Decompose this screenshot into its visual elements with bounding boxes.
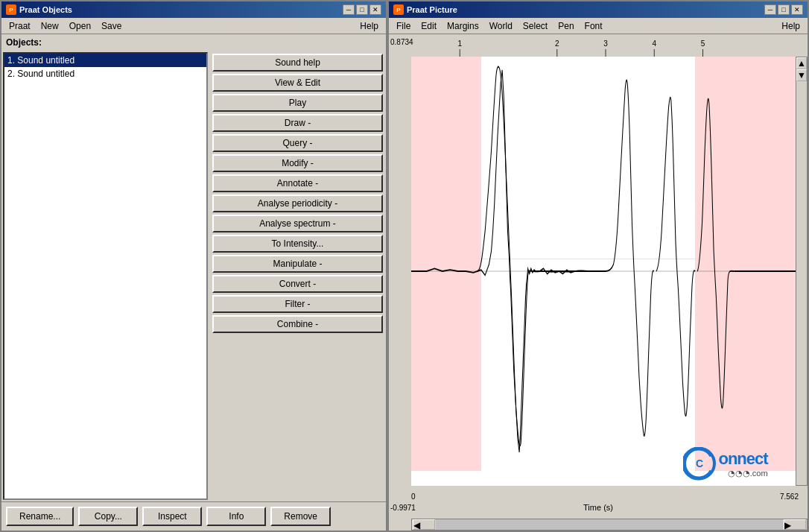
close-button[interactable]: ✕ [369, 4, 381, 15]
svg-text:5: 5 [701, 39, 705, 48]
rename-button[interactable]: Rename... [6, 507, 74, 526]
y-label-min: -0.9971 [390, 504, 416, 512]
picture-canvas-area[interactable]: 1 2 3 4 5 0.8734 -0.9971 [389, 34, 808, 531]
play-button[interactable]: Play [212, 94, 383, 112]
picture-menu-select[interactable]: Select [518, 19, 552, 33]
analyse-spectrum-button[interactable]: Analyse spectrum - [212, 215, 383, 232]
y-label-max: 0.8734 [390, 38, 413, 46]
menu-praat[interactable]: Praat [4, 19, 35, 33]
objects-list[interactable]: 1. Sound untitled 2. Sound untitled [3, 52, 208, 500]
minimize-button[interactable]: ─ [343, 4, 355, 15]
inspect-button[interactable]: Inspect [142, 507, 202, 526]
manipulate-button[interactable]: Manipulate - [212, 255, 383, 273]
scroll-right-button[interactable]: ▶ [784, 519, 806, 530]
objects-win-controls: ─ □ ✕ [343, 4, 381, 15]
picture-win-controls: ─ □ ✕ [764, 4, 803, 15]
ruler-top-svg: 1 2 3 4 5 [411, 34, 800, 57]
x-start-label: 0 [411, 493, 416, 501]
praat-picture-window: P Praat Picture ─ □ ✕ File Edit Margins … [387, 0, 809, 532]
annotate-button[interactable]: Annotate - [212, 174, 383, 192]
menu-open[interactable]: Open [65, 19, 95, 33]
action-buttons-panel: Sound help View & Edit Play Draw - Query… [209, 51, 386, 501]
combine-button[interactable]: Combine - [212, 315, 383, 333]
scroll-down-button[interactable]: ▼ [796, 69, 807, 81]
modify-button[interactable]: Modify - [212, 154, 383, 172]
picture-menu-font[interactable]: Font [580, 19, 607, 33]
picture-menu-edit[interactable]: Edit [416, 19, 441, 33]
list-item-1[interactable]: 1. Sound untitled [4, 54, 206, 67]
bottom-buttons-panel: Rename... Copy... Inspect Info Remove [1, 501, 386, 531]
objects-label: Objects: [1, 34, 386, 51]
praat-picture-icon: P [393, 4, 404, 15]
objects-menu-bar: Praat New Open Save Help [1, 18, 386, 34]
list-item-2[interactable]: 2. Sound untitled [4, 67, 206, 80]
x-end-label: 7.562 [780, 493, 799, 501]
menu-help[interactable]: Help [355, 19, 383, 33]
objects-title: Praat Objects [19, 5, 72, 14]
picture-titlebar: P Praat Picture ─ □ ✕ [389, 1, 808, 18]
picture-menu-pen[interactable]: Pen [553, 19, 578, 33]
view-edit-button[interactable]: View & Edit [212, 74, 383, 92]
ruler-top: 1 2 3 4 5 [411, 34, 800, 57]
time-axis-label: Time (s) [583, 503, 613, 512]
scroll-up-button[interactable]: ▲ [796, 57, 807, 69]
convert-button[interactable]: Convert - [212, 275, 383, 293]
picture-maximize-button[interactable]: □ [778, 4, 790, 15]
picture-close-button[interactable]: ✕ [791, 4, 803, 15]
picture-menu-margins[interactable]: Margins [442, 19, 483, 33]
waveform-svg [411, 57, 800, 486]
maximize-button[interactable]: □ [356, 4, 368, 15]
svg-text:2: 2 [555, 39, 559, 48]
draw-button[interactable]: Draw - [212, 114, 383, 132]
svg-text:4: 4 [652, 39, 656, 48]
objects-main-content: 1. Sound untitled 2. Sound untitled Soun… [1, 51, 386, 501]
horizontal-scrollbar[interactable]: ◀ ▶ [411, 519, 808, 531]
sound-help-button[interactable]: Sound help [212, 54, 383, 72]
scroll-left-button[interactable]: ◀ [413, 519, 435, 530]
picture-title: Praat Picture [407, 5, 457, 14]
praat-objects-window: P Praat Objects ─ □ ✕ Praat New Open Sav… [0, 0, 387, 532]
picture-menu-help[interactable]: Help [777, 19, 805, 33]
vertical-scrollbar[interactable]: ▲ ▼ [796, 57, 808, 486]
waveform-canvas-wrapper[interactable] [411, 57, 800, 486]
svg-text:1: 1 [457, 39, 462, 48]
remove-button[interactable]: Remove [270, 507, 331, 526]
analyse-periodicity-button[interactable]: Analyse periodicity - [212, 194, 383, 212]
objects-titlebar: P Praat Objects ─ □ ✕ [1, 1, 386, 18]
picture-menu-bar: File Edit Margins World Select Pen Font … [389, 18, 808, 34]
query-button[interactable]: Query - [212, 134, 383, 152]
svg-text:3: 3 [603, 39, 608, 48]
to-intensity-button[interactable]: To Intensity... [212, 235, 383, 253]
scroll-track[interactable] [436, 519, 783, 530]
info-button[interactable]: Info [206, 507, 266, 526]
menu-new[interactable]: New [37, 19, 63, 33]
picture-menu-world[interactable]: World [485, 19, 517, 33]
picture-minimize-button[interactable]: ─ [764, 4, 776, 15]
picture-menu-file[interactable]: File [392, 19, 415, 33]
copy-button[interactable]: Copy... [78, 507, 138, 526]
filter-button[interactable]: Filter - [212, 295, 383, 313]
praat-icon: P [6, 4, 16, 15]
menu-save[interactable]: Save [97, 19, 126, 33]
